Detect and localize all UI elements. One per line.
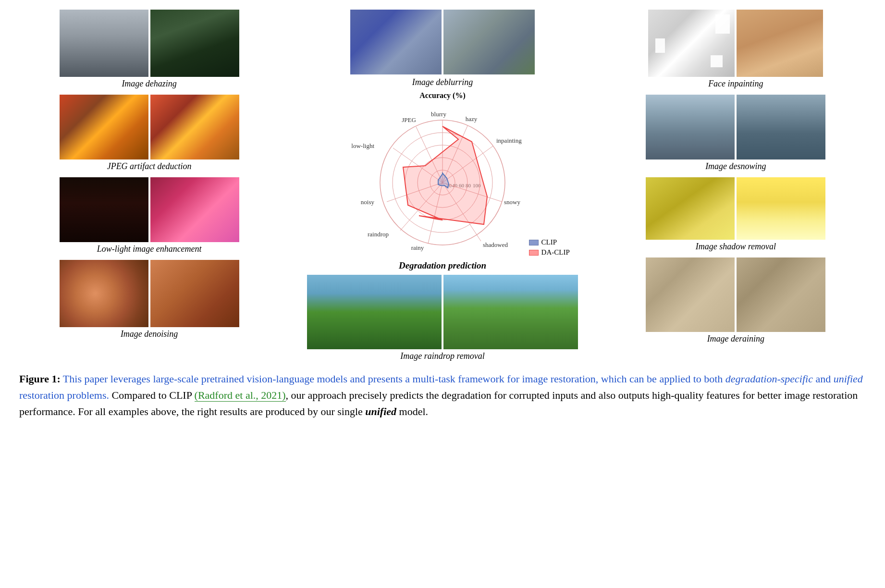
svg-text:noisy: noisy (361, 198, 375, 206)
jpeg-before-image (60, 95, 148, 159)
jpeg-pair (60, 95, 239, 159)
raindrop-after-image (443, 275, 578, 349)
caption-italic2: unified (834, 373, 863, 385)
dehazing-caption: Image dehazing (122, 79, 176, 89)
images-section: Image dehazing JPEG artifact deduction L… (19, 10, 866, 361)
radar-legend: CLIP DA-CLIP (529, 238, 570, 257)
figure-label: Figure 1: (19, 373, 61, 385)
dehazing-group: Image dehazing (19, 10, 279, 89)
shadow-before-image (646, 177, 735, 240)
raindrop-before-image (307, 275, 442, 349)
svg-text:low-light: low-light (351, 142, 374, 149)
deraining-group: Image deraining (606, 257, 866, 344)
daclip-legend-label: DA-CLIP (541, 248, 570, 257)
clip-legend-item: CLIP (529, 238, 570, 246)
daclip-legend-item: DA-CLIP (529, 248, 570, 257)
face-inpainting-group: Face inpainting (606, 10, 866, 89)
denoising-before-image (60, 260, 148, 327)
lowlight-after-image (150, 177, 239, 242)
deblurring-before-image (350, 10, 442, 74)
desnowing-after-image (737, 95, 825, 159)
svg-text:inpainting: inpainting (496, 137, 522, 144)
dehazing-pair (60, 10, 239, 77)
jpeg-after-image (150, 95, 239, 159)
caption-italic1: degradation-specific (725, 373, 813, 385)
left-column: Image dehazing JPEG artifact deduction L… (19, 10, 279, 339)
lowlight-group: Low-light image enhancement (19, 177, 279, 254)
face-before-image (648, 10, 735, 77)
face-after-image (737, 10, 823, 77)
shadow-removal-group: Image shadow removal (606, 177, 866, 252)
raindrop-caption: Image raindrop removal (400, 351, 485, 361)
caption-blue-text: This paper leverages large-scale pretrai… (63, 373, 725, 385)
svg-text:rainy: rainy (411, 244, 424, 251)
right-column: Face inpainting Image desnowing Image sh… (606, 10, 866, 344)
svg-text:raindrop: raindrop (368, 231, 389, 238)
denoising-caption: Image denoising (121, 329, 178, 339)
face-inpainting-caption: Face inpainting (708, 79, 763, 89)
face-pair (648, 10, 823, 77)
shadow-removal-caption: Image shadow removal (696, 242, 776, 252)
deblurring-caption: Image deblurring (412, 77, 473, 87)
desnowing-before-image (646, 95, 735, 159)
deraining-pair (646, 257, 825, 332)
radar-title: Accuracy (%) (419, 91, 466, 100)
desnowing-group: Image desnowing (606, 95, 866, 172)
clip-legend-box (529, 240, 539, 245)
deraining-caption: Image deraining (707, 334, 764, 344)
raindrop-pair (307, 275, 578, 349)
svg-text:blurry: blurry (431, 110, 446, 118)
lowlight-caption: Low-light image enhancement (97, 244, 202, 254)
caption-citation: (Radford et al., 2021) (195, 389, 286, 402)
denoising-after-image (150, 260, 239, 327)
desnowing-pair (646, 95, 825, 159)
svg-text:shadowed: shadowed (483, 241, 508, 248)
lowlight-before-image (60, 177, 148, 242)
dehazing-before-image (60, 10, 148, 77)
svg-text:hazy: hazy (466, 115, 478, 122)
caption-italic3: unified (365, 405, 396, 417)
svg-text:snowy: snowy (504, 198, 520, 206)
deraining-after-image (737, 257, 825, 332)
deraining-before-image (646, 257, 735, 332)
jpeg-caption: JPEG artifact deduction (107, 161, 192, 172)
clip-legend-label: CLIP (541, 238, 557, 246)
degradation-caption: Degradation prediction (399, 260, 486, 271)
deblurring-group: Image deblurring (350, 10, 535, 87)
caption-normal3: model. (396, 405, 428, 417)
radar-chart: 20 40 60 80 100 (346, 102, 539, 265)
radar-chart-container: Accuracy (%) 20 40 60 80 100 (286, 91, 599, 271)
denoising-group: Image denoising (19, 260, 279, 339)
svg-text:JPEG: JPEG (402, 116, 416, 123)
center-column: Image deblurring Accuracy (%) 20 40 60 8… (286, 10, 599, 361)
lowlight-pair (60, 177, 239, 242)
deblurring-pair (350, 10, 535, 74)
denoising-pair (60, 260, 239, 327)
raindrop-group: Image raindrop removal (307, 275, 578, 361)
desnowing-caption: Image desnowing (705, 161, 766, 172)
deblurring-after-image (443, 10, 535, 74)
daclip-legend-box (529, 250, 539, 256)
shadow-after-image (737, 177, 825, 240)
dehazing-after-image (150, 10, 239, 77)
shadow-pair (646, 177, 825, 240)
jpeg-group: JPEG artifact deduction (19, 95, 279, 172)
svg-marker-30 (403, 126, 487, 224)
caption-blue2: restoration problems. (19, 389, 109, 401)
figure-container: Image dehazing JPEG artifact deduction L… (19, 10, 866, 420)
figure-caption: Figure 1: This paper leverages large-sca… (19, 371, 866, 420)
caption-normal1: Compared to CLIP (111, 389, 194, 401)
